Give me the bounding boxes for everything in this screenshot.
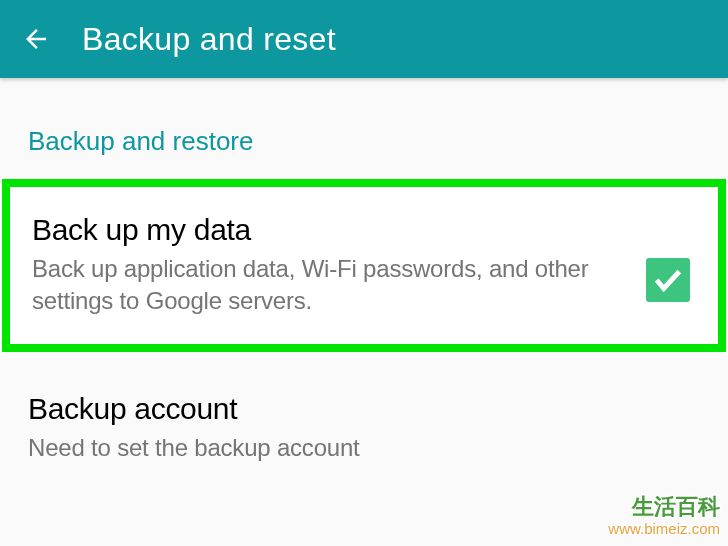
checkmark-icon <box>651 263 685 297</box>
section-header: Backup and restore <box>0 78 728 179</box>
item-subtitle: Back up application data, Wi-Fi password… <box>32 253 630 318</box>
arrow-left-icon <box>21 24 51 54</box>
item-title: Backup account <box>28 392 684 426</box>
watermark-text-url: www.bimeiz.com <box>608 520 720 538</box>
highlight-box: Back up my data Back up application data… <box>2 179 726 352</box>
content-area: Backup and restore Back up my data Back … <box>0 78 728 484</box>
back-button[interactable] <box>18 21 54 57</box>
item-subtitle: Need to set the backup account <box>28 432 684 464</box>
backup-checkbox[interactable] <box>646 258 690 302</box>
item-text-block: Backup account Need to set the backup ac… <box>28 392 700 464</box>
watermark-text-cn: 生活百科 <box>608 494 720 520</box>
item-title: Back up my data <box>32 213 630 247</box>
backup-my-data-item[interactable]: Back up my data Back up application data… <box>10 187 718 344</box>
watermark: 生活百科 www.bimeiz.com <box>608 494 720 538</box>
backup-account-item[interactable]: Backup account Need to set the backup ac… <box>0 352 728 484</box>
page-title: Backup and reset <box>82 21 336 58</box>
app-bar: Backup and reset <box>0 0 728 78</box>
item-text-block: Back up my data Back up application data… <box>32 213 646 318</box>
